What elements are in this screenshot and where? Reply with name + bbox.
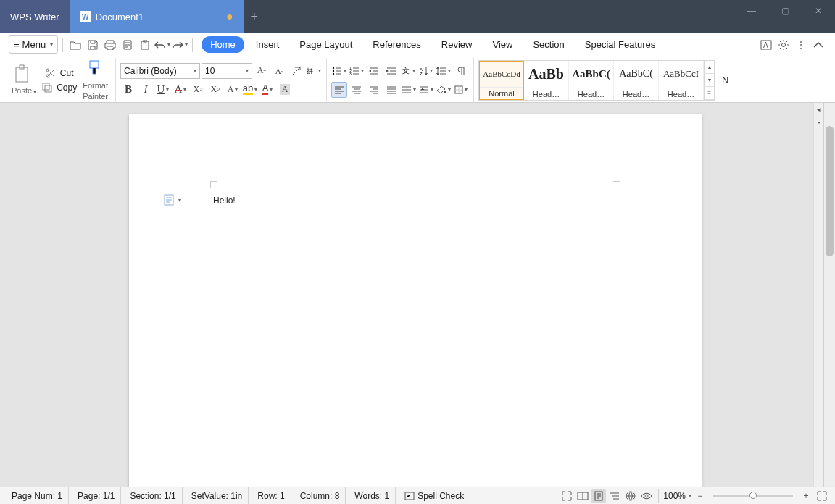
collapse-ribbon-icon[interactable]: [810, 37, 826, 53]
cut-button[interactable]: Cut: [46, 68, 74, 78]
bold-button[interactable]: B: [120, 82, 136, 98]
borders-button[interactable]: [453, 82, 469, 98]
change-case-button[interactable]: A: [225, 82, 241, 98]
strip-collapse-icon[interactable]: ◂: [814, 103, 823, 116]
decrease-indent-button[interactable]: [366, 63, 382, 79]
font-color-button[interactable]: A: [259, 82, 275, 98]
sort-button[interactable]: AZ: [418, 63, 434, 79]
zoom-in-button[interactable]: +: [799, 489, 813, 503]
status-column[interactable]: Column: 8: [294, 487, 346, 504]
save-icon[interactable]: [85, 37, 101, 53]
status-page-num[interactable]: Page Num: 1: [6, 487, 69, 504]
style-heading1-preview: AaBb: [524, 61, 568, 88]
status-setvalue[interactable]: SetValue: 1in: [186, 487, 249, 504]
spell-check-label: Spell Check: [418, 491, 464, 501]
char-shading-button[interactable]: A: [277, 82, 293, 98]
maximize-button[interactable]: ▢: [768, 0, 802, 22]
style-normal[interactable]: AaBbCcDd Normal: [479, 61, 524, 100]
strip-tool-icon[interactable]: ▪: [814, 116, 823, 129]
paste-button[interactable]: Paste: [9, 64, 39, 96]
copy-button[interactable]: Copy: [42, 83, 77, 93]
eye-protection-icon[interactable]: [639, 489, 654, 503]
document-tab[interactable]: W Document1 ●: [70, 0, 244, 33]
status-section[interactable]: Section: 1/1: [124, 487, 182, 504]
fit-page-icon[interactable]: [815, 489, 829, 503]
snap-to-grid-button[interactable]: [418, 82, 434, 98]
font-size-combo[interactable]: 10▾: [202, 63, 252, 79]
zoom-knob[interactable]: [749, 492, 757, 499]
scroll-thumb[interactable]: [826, 126, 834, 256]
format-painter-button[interactable]: Format Painter: [80, 59, 111, 100]
highlight-button[interactable]: ab: [242, 82, 258, 98]
align-left-button[interactable]: [331, 82, 347, 98]
spell-check-button[interactable]: Spell Check: [399, 487, 470, 504]
grow-font-button[interactable]: A+: [254, 63, 270, 79]
new-style-button[interactable]: N: [719, 75, 731, 85]
fullscreen-icon[interactable]: [560, 489, 574, 503]
subscript-button[interactable]: X2: [207, 82, 223, 98]
zoom-out-button[interactable]: −: [693, 489, 707, 503]
show-marks-button[interactable]: [453, 63, 469, 79]
line-spacing-button[interactable]: [436, 63, 452, 79]
superscript-button[interactable]: X2: [190, 82, 206, 98]
shrink-font-button[interactable]: A-: [271, 63, 287, 79]
paste-quick-icon[interactable]: [137, 37, 153, 53]
print-preview-icon[interactable]: [120, 37, 136, 53]
phonetic-guide-button[interactable]: 拼: [306, 63, 322, 79]
page-options-handle[interactable]: ▾: [164, 194, 181, 206]
strikethrough-button[interactable]: A: [173, 82, 188, 98]
tab-home[interactable]: Home: [202, 36, 244, 53]
close-button[interactable]: ✕: [802, 0, 835, 22]
textbox-icon[interactable]: A: [758, 37, 774, 53]
align-center-button[interactable]: [349, 82, 365, 98]
font-name-combo[interactable]: Calibri (Body)▾: [120, 63, 200, 79]
outline-layout-icon[interactable]: [607, 489, 622, 503]
zoom-slider[interactable]: [713, 495, 793, 497]
document-body[interactable]: Hello!: [213, 196, 236, 206]
tab-review[interactable]: Review: [433, 36, 481, 53]
minimize-button[interactable]: —: [735, 0, 768, 22]
tab-special-features[interactable]: Special Features: [576, 36, 665, 53]
tab-insert[interactable]: Insert: [247, 36, 288, 53]
style-heading2[interactable]: AaBbC( Head…: [569, 61, 614, 100]
app-tab[interactable]: WPS Writer: [0, 0, 70, 33]
vertical-scrollbar[interactable]: [823, 103, 835, 487]
document-page[interactable]: ▾ Hello!: [129, 114, 702, 487]
style-gallery-more[interactable]: ▴ ▾ ≡: [704, 61, 714, 100]
text-direction-button[interactable]: 文: [401, 63, 417, 79]
status-row[interactable]: Row: 1: [252, 487, 291, 504]
underline-button[interactable]: U: [155, 82, 171, 98]
italic-button[interactable]: I: [138, 82, 154, 98]
shading-button[interactable]: [436, 82, 452, 98]
style-heading1[interactable]: AaBb Head…: [524, 61, 569, 100]
align-justify-button[interactable]: [383, 82, 399, 98]
read-layout-icon[interactable]: [576, 489, 590, 503]
increase-indent-button[interactable]: [383, 63, 399, 79]
more-icon[interactable]: ⋮: [793, 37, 809, 53]
align-right-button[interactable]: [366, 82, 382, 98]
print-layout-icon[interactable]: [591, 489, 606, 503]
hamburger-menu[interactable]: ≡ Menu ▾: [9, 35, 58, 54]
bullets-button[interactable]: [331, 63, 347, 79]
new-tab-button[interactable]: +: [244, 0, 265, 33]
tab-section[interactable]: Section: [524, 36, 573, 53]
redo-button[interactable]: [172, 37, 188, 53]
status-page[interactable]: Page: 1/1: [72, 487, 121, 504]
clear-formatting-button[interactable]: [288, 63, 304, 79]
settings-icon[interactable]: [776, 37, 792, 53]
styles-group: AaBbCcDd Normal AaBb Head… AaBbC( Head… …: [474, 58, 733, 102]
open-icon[interactable]: [67, 37, 83, 53]
style-heading4[interactable]: AaBbCcI Head…: [659, 61, 704, 100]
zoom-value[interactable]: 100%: [663, 491, 686, 501]
chevron-down-icon[interactable]: ▾: [689, 492, 691, 499]
status-words[interactable]: Words: 1: [349, 487, 396, 504]
tab-view[interactable]: View: [483, 36, 521, 53]
tab-references[interactable]: References: [364, 36, 429, 53]
undo-button[interactable]: [154, 37, 170, 53]
tab-page-layout[interactable]: Page Layout: [291, 36, 361, 53]
numbering-button[interactable]: 123: [349, 63, 365, 79]
distribute-button[interactable]: [401, 82, 417, 98]
web-layout-icon[interactable]: [623, 489, 638, 503]
style-heading3[interactable]: AaBbC( Head…: [614, 61, 659, 100]
print-icon[interactable]: [102, 37, 118, 53]
